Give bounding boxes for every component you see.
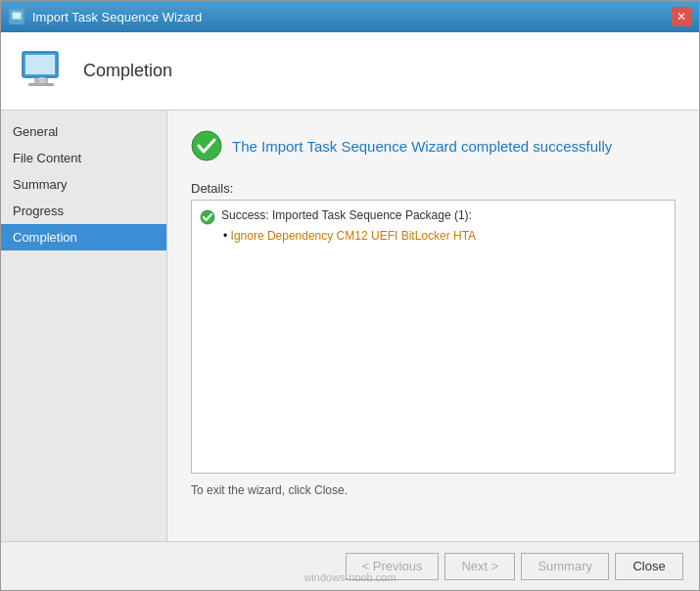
window-title: Import Task Sequence Wizard (32, 10, 672, 24)
close-window-button[interactable]: ✕ (672, 7, 691, 26)
sidebar: General File Content Summary Progress Co… (1, 111, 167, 541)
summary-button[interactable]: Summary (521, 553, 609, 580)
svg-rect-6 (39, 77, 45, 83)
next-button[interactable]: Next > (444, 553, 515, 580)
svg-rect-3 (25, 55, 55, 74)
main-content: The Import Task Sequence Wizard complete… (167, 111, 699, 541)
details-box: Success: Imported Task Sequence Package … (191, 200, 676, 474)
success-item-text: Success: Imported Task Sequence Package … (221, 208, 472, 222)
wizard-footer: < Previous Next > Summary Close (1, 541, 699, 590)
sidebar-item-general[interactable]: General (1, 118, 166, 145)
exit-hint: To exit the wizard, click Close. (191, 483, 676, 497)
details-label: Details: (191, 181, 676, 196)
wizard-header-icon (17, 46, 68, 97)
svg-rect-1 (13, 13, 21, 19)
dependency-text: Ignore Dependency CM12 UEFI BitLocker HT… (231, 229, 477, 243)
success-check-icon (191, 130, 222, 161)
close-button[interactable]: Close (615, 553, 683, 580)
svg-rect-5 (28, 83, 54, 86)
sidebar-item-completion[interactable]: Completion (1, 224, 166, 250)
sidebar-item-summary[interactable]: Summary (1, 171, 166, 198)
success-item: Success: Imported Task Sequence Package … (200, 208, 667, 225)
sidebar-item-file-content[interactable]: File Content (1, 145, 166, 171)
dependency-item: Ignore Dependency CM12 UEFI BitLocker HT… (223, 229, 667, 243)
svg-point-7 (192, 131, 221, 160)
wizard-header-title: Completion (83, 61, 172, 81)
item-check-icon (200, 209, 215, 225)
previous-button[interactable]: < Previous (346, 553, 440, 580)
title-bar: Import Task Sequence Wizard ✕ (1, 1, 699, 32)
title-bar-icon (9, 9, 24, 24)
wizard-body: General File Content Summary Progress Co… (1, 111, 699, 541)
success-header: The Import Task Sequence Wizard complete… (191, 130, 676, 161)
sidebar-item-progress[interactable]: Progress (1, 198, 166, 224)
wizard-header: Completion (1, 32, 699, 111)
success-message: The Import Task Sequence Wizard complete… (232, 138, 612, 155)
